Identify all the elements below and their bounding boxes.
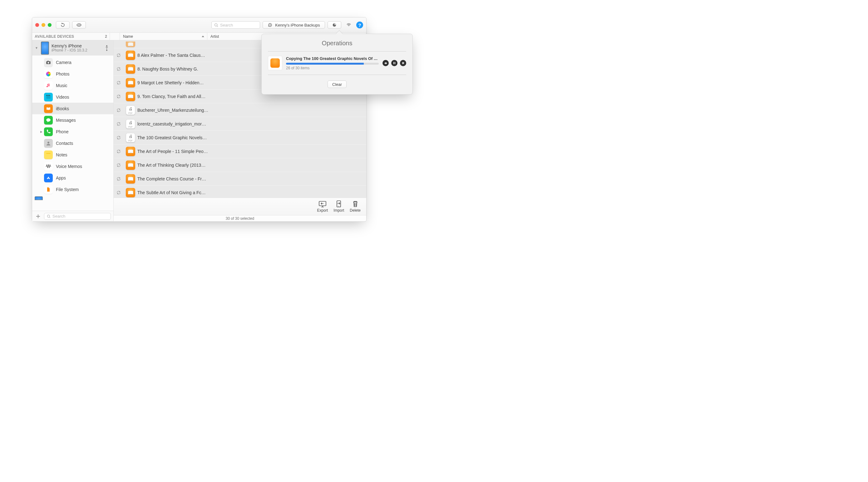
sync-status-icon [114,163,124,168]
sidebar-item-videos[interactable]: Videos [32,91,113,103]
chat-icon [44,116,53,125]
pause-button[interactable] [391,60,398,66]
pause-icon [393,62,396,65]
sidebar-header-label: AVAILABLE DEVICES [35,34,74,39]
table-row[interactable]: The Complete Chess Course - Fr… [114,172,366,186]
export-icon [318,200,327,207]
table-row[interactable]: lorentz_casestudy_irrigation_mor… [114,117,366,131]
disclosure-triangle-icon[interactable]: ▼ [35,46,38,50]
sidebar-item-voice-memos[interactable]: Voice Memos [32,160,113,172]
category-list: CameraPhotosMusicVideosiBooksMessagesPho… [32,56,113,195]
delete-button[interactable]: Delete [350,200,361,213]
sidebar-search-placeholder: Search [53,214,65,219]
traffic-close-icon[interactable] [35,23,39,27]
question-icon: ? [358,23,361,28]
book-icon [126,188,135,197]
sidebar-item-label: Music [56,83,67,88]
sidebar-item-camera[interactable]: Camera [32,57,113,68]
help-button[interactable]: ? [356,22,363,28]
wifi-sync-button[interactable] [344,21,354,29]
toolbar-search-input[interactable]: Search [211,21,260,29]
operation-thumbnail [268,56,282,70]
sidebar-item-music[interactable]: Music [32,79,113,91]
sort-asc-icon [202,35,205,38]
table-row[interactable]: Bucherer_Uhren_Markenzuteilung… [114,103,366,117]
titlebar: Search Kenny's iPhone Backups ? [32,18,366,33]
sidebar-item-label: Photos [56,71,70,76]
music-icon [44,81,53,90]
history-icon [268,23,273,28]
delete-label: Delete [350,208,361,213]
book-icon [126,92,135,101]
photos-icon [44,70,53,78]
sidebar-item-photos[interactable]: Photos [32,68,113,79]
row-name-label: lorentz_casestudy_irrigation_mor… [137,122,366,126]
sidebar-item-label: Phone [56,129,68,134]
import-icon [335,200,343,207]
table-row[interactable]: The Subtle Art of Not Giving a Fc… [114,186,366,198]
file-icon [44,185,53,194]
import-button[interactable]: Import [334,200,344,213]
operation-row: Copying The 100 Greatest Graphic Novels … [268,56,406,70]
sidebar-item-phone[interactable]: Phone [32,126,113,137]
book-icon [126,160,135,170]
cancel-button[interactable] [400,60,406,66]
eye-icon [76,23,82,28]
operations-button[interactable] [328,21,341,29]
table-row[interactable]: The Art of People - 11 Simple Peo… [114,144,366,158]
svg-rect-19 [49,95,50,96]
column-name-label: Name [123,34,133,39]
sidebar-item-apps[interactable]: Apps [32,172,113,184]
svg-point-0 [79,24,80,26]
table-row[interactable]: The 100 Greatest Graphic Novels… [114,131,366,144]
sidebar-item-messages[interactable]: Messages [32,114,113,126]
device-row[interactable]: ▼ Kenny's iPhone iPhone 7 - iOS 10.3.2 [32,40,113,56]
wifi-sync-icon [346,23,351,28]
sidebar-item-notes[interactable]: Notes [32,149,113,160]
svg-point-1 [215,24,217,26]
pdf-icon [126,105,135,115]
svg-point-21 [48,141,49,143]
traffic-zoom-icon[interactable] [48,23,52,27]
sync-status-icon [114,53,124,58]
sidebar-search-input[interactable]: Search [44,213,111,220]
column-name[interactable]: Name [120,33,207,40]
reload-button[interactable] [56,21,70,29]
quicklook-button[interactable] [72,21,86,29]
close-icon [402,62,405,65]
row-name-label: The Art of People - 11 Simple Peo… [137,149,366,154]
next-device-peek[interactable] [32,195,113,200]
traffic-minimize-icon[interactable] [41,23,45,27]
usb-connection-icon [103,44,111,52]
backups-button[interactable]: Kenny's iPhone Backups [262,21,325,29]
sidebar-item-label: Contacts [56,141,73,146]
row-name-label: The Art of Thinking Clearly (2013… [137,163,366,168]
window-controls [35,23,52,27]
sync-status-icon [114,135,124,140]
pdf-icon [126,119,135,129]
import-label: Import [334,208,344,213]
clear-button[interactable]: Clear [328,81,347,88]
sidebar-item-label: Apps [56,175,66,181]
pdf-icon [126,133,135,142]
svg-point-24 [46,175,51,180]
sync-status-icon [114,176,124,181]
reveal-button[interactable] [382,60,389,66]
svg-rect-17 [46,95,47,96]
sync-status-icon [114,190,124,195]
sidebar-item-ibooks[interactable]: iBooks [32,103,113,114]
book-icon [270,58,280,68]
export-button[interactable]: Export [317,200,328,213]
sidebar-header: AVAILABLE DEVICES 2 [32,33,110,40]
book-icon [126,64,135,74]
table-row[interactable]: The Art of Thinking Clearly (2013… [114,158,366,172]
sidebar-footer: Search [32,211,113,221]
sidebar-item-contacts[interactable]: Contacts [32,137,113,149]
column-artist-label: Artist [211,34,219,39]
operation-title: Copying The 100 Greatest Graphic Novels … [286,56,379,61]
operations-popover: Operations Copying The 100 Greatest Grap… [261,34,413,95]
sidebar-item-label: File System [56,187,79,192]
sidebar-item-file-system[interactable]: File System [32,184,113,195]
add-button[interactable] [35,213,41,220]
sidebar-device-count: 2 [105,34,110,39]
